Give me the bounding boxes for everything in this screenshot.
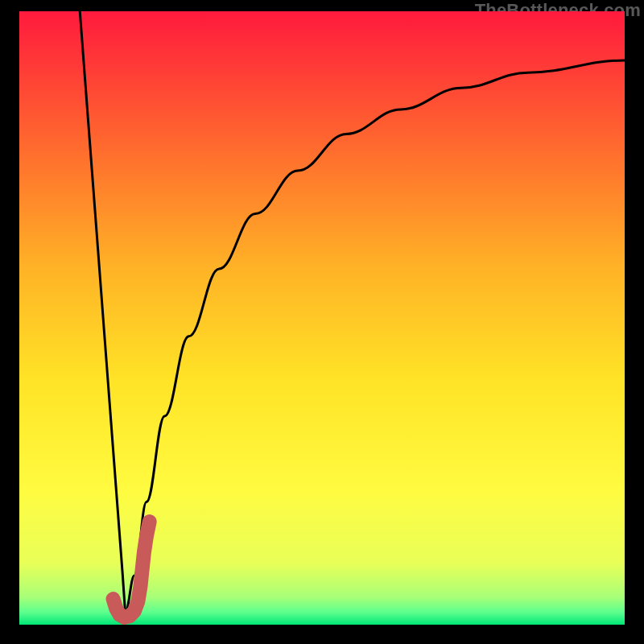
frame-bottom (0, 625, 644, 644)
plot-area (19, 11, 625, 625)
chart-background-gradient (19, 11, 625, 625)
frame-right (625, 0, 644, 644)
frame-left (0, 0, 19, 644)
bottleneck-chart (19, 11, 625, 625)
